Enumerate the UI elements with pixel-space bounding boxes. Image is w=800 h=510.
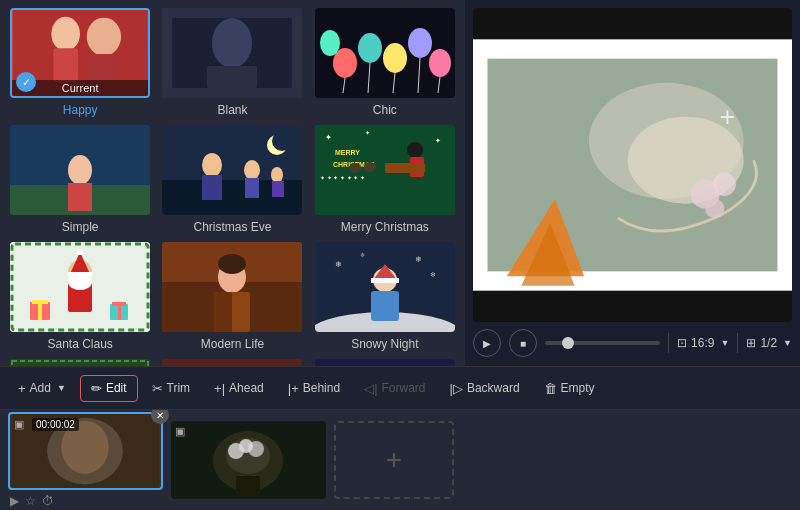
- row4-1-svg: [10, 359, 150, 366]
- controls-divider2: [737, 333, 738, 353]
- ratio-icon: ⊡: [677, 336, 687, 350]
- svg-rect-60: [118, 304, 121, 320]
- theme-item-christmas-eve[interactable]: Christmas Eve: [160, 125, 304, 234]
- svg-point-20: [320, 30, 340, 56]
- svg-rect-8: [207, 66, 257, 88]
- christmas-eve-svg: [162, 125, 302, 215]
- play-button[interactable]: ▶: [473, 329, 501, 357]
- merry-christmas-svg: MERRY CHRISTMAS ✦ ✦ ✦: [315, 125, 455, 215]
- theme-item-chic[interactable]: Chic: [313, 8, 457, 117]
- clip-close-1[interactable]: ✕: [151, 410, 169, 424]
- theme-thumb-blank: [162, 8, 302, 98]
- theme-label-snowy-night: Snowy Night: [351, 337, 418, 351]
- theme-item-row4-2[interactable]: [160, 359, 304, 366]
- svg-rect-30: [245, 178, 259, 198]
- theme-label-blank: Blank: [217, 103, 247, 117]
- progress-bar[interactable]: [545, 341, 660, 345]
- theme-thumb-row4-2: [162, 359, 302, 366]
- theme-item-row4-3[interactable]: ✦ ✦ ✦: [313, 359, 457, 366]
- thumb-inner-merry-christmas: MERRY CHRISTMAS ✦ ✦ ✦: [315, 125, 455, 215]
- theme-label-simple: Simple: [62, 220, 99, 234]
- theme-thumb-chic: [315, 8, 455, 98]
- svg-point-3: [87, 18, 121, 56]
- svg-point-18: [429, 49, 451, 77]
- svg-point-27: [202, 153, 222, 177]
- svg-point-97: [713, 173, 736, 196]
- timeline-add-button[interactable]: +: [334, 421, 454, 499]
- backward-button[interactable]: |▷ Backward: [440, 376, 530, 401]
- behind-icon: |+: [288, 381, 299, 396]
- clip-2-svg: [171, 421, 326, 499]
- svg-rect-72: [371, 278, 399, 283]
- svg-point-14: [383, 43, 407, 73]
- theme-label-happy: Happy: [63, 103, 98, 117]
- thumb-inner-row4-2: [162, 359, 302, 366]
- preview-controls: ▶ ■ ⊡ 16:9 ▼ ⊞ 1/2 ▼: [473, 322, 792, 358]
- theme-item-santa-claus[interactable]: Santa Claus: [8, 242, 152, 351]
- clip-main-2[interactable]: ▣: [171, 421, 326, 499]
- page-value: 1/2: [760, 336, 777, 350]
- svg-point-12: [358, 33, 382, 63]
- stop-button[interactable]: ■: [509, 329, 537, 357]
- thumb-inner-row4-3: ✦ ✦ ✦: [315, 359, 455, 366]
- theme-thumb-row4-1: [10, 359, 150, 366]
- svg-rect-81: [162, 359, 302, 366]
- svg-point-42: [349, 163, 361, 173]
- thumb-inner-christmas-eve: [162, 125, 302, 215]
- clip-play-btn[interactable]: ▶: [10, 494, 19, 508]
- theme-item-simple[interactable]: Simple: [8, 125, 152, 234]
- theme-thumb-merry-christmas: MERRY CHRISTMAS ✦ ✦ ✦: [315, 125, 455, 215]
- ahead-button[interactable]: +| Ahead: [204, 376, 274, 401]
- theme-item-blank[interactable]: Blank: [160, 8, 304, 117]
- theme-item-happy[interactable]: ✓ Current Happy: [8, 8, 152, 117]
- controls-divider: [668, 333, 669, 353]
- trim-button[interactable]: ✂ Trim: [142, 376, 201, 401]
- svg-rect-28: [202, 175, 222, 200]
- empty-button[interactable]: 🗑 Empty: [534, 376, 605, 401]
- svg-text:MERRY: MERRY: [335, 149, 360, 156]
- behind-button[interactable]: |+ Behind: [278, 376, 350, 401]
- theme-label-merry-christmas: Merry Christmas: [341, 220, 429, 234]
- svg-point-7: [212, 18, 252, 68]
- ratio-select[interactable]: ⊡ 16:9 ▼: [677, 336, 729, 350]
- add-button[interactable]: + Add ▼: [8, 376, 76, 401]
- svg-text:❄: ❄: [415, 255, 422, 264]
- svg-point-29: [244, 160, 260, 180]
- timeline-clip-1: ▣ 00:00:02 ✕ ▶ ☆ ⏱: [8, 412, 163, 508]
- theme-item-modern-life[interactable]: Modern Life: [160, 242, 304, 351]
- forward-button[interactable]: ◁| Forward: [354, 376, 435, 401]
- svg-point-41: [364, 162, 376, 172]
- progress-dot: [562, 337, 574, 349]
- theme-item-row4-1[interactable]: [8, 359, 152, 366]
- theme-label-christmas-eve: Christmas Eve: [193, 220, 271, 234]
- edit-button[interactable]: ✏ Edit: [80, 375, 138, 402]
- clip-2-video-icon: ▣: [175, 425, 185, 438]
- svg-rect-70: [371, 291, 399, 321]
- theme-panel: ✓ Current Happy B: [0, 0, 465, 366]
- snowy-night-svg: ❄ ❄ ❄ ❄: [315, 242, 455, 332]
- svg-point-53: [77, 249, 83, 255]
- clip-clock-btn[interactable]: ⏱: [42, 494, 54, 508]
- forward-icon: ◁|: [364, 381, 377, 396]
- svg-point-34: [272, 131, 292, 151]
- add-icon: +: [18, 381, 26, 396]
- theme-item-merry-christmas[interactable]: MERRY CHRISTMAS ✦ ✦ ✦: [313, 125, 457, 234]
- theme-thumb-row4-3: ✦ ✦ ✦: [315, 359, 455, 366]
- svg-rect-57: [38, 302, 42, 320]
- svg-rect-2: [53, 48, 78, 81]
- theme-item-snowy-night[interactable]: ❄ ❄ ❄ ❄ Snowy Night: [313, 242, 457, 351]
- svg-point-23: [68, 155, 92, 185]
- svg-rect-85: [315, 359, 455, 366]
- simple-svg: [10, 125, 150, 215]
- clip-duration: 00:00:02: [32, 418, 79, 431]
- thumb-inner-snowy-night: ❄ ❄ ❄ ❄: [315, 242, 455, 332]
- svg-text:✦: ✦: [365, 130, 370, 136]
- trim-label: Trim: [167, 381, 191, 395]
- clip-main-1[interactable]: ▣ 00:00:02: [8, 412, 163, 490]
- edit-icon: ✏: [91, 381, 102, 396]
- clip-star-btn[interactable]: ☆: [25, 494, 36, 508]
- page-select[interactable]: ⊞ 1/2 ▼: [746, 336, 792, 350]
- thumb-inner-santa-claus: [10, 242, 150, 332]
- blank-svg: [162, 8, 302, 98]
- timeline-add-icon: +: [386, 444, 402, 476]
